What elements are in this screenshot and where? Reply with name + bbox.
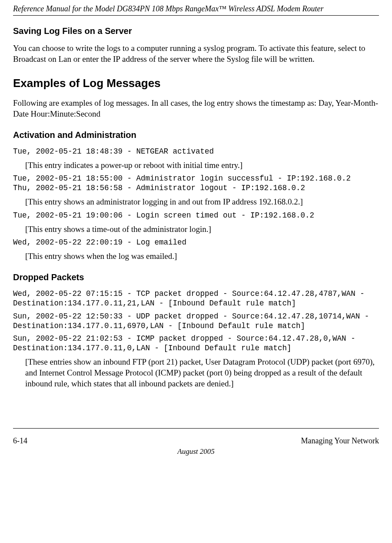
note-admin-login: [This entry shows an administrator loggi… (25, 197, 379, 208)
log-entry-tcp-dropped: Wed, 2002-05-22 07:15:15 - TCP packet dr… (13, 289, 379, 308)
heading-dropped-packets: Dropped Packets (13, 272, 379, 282)
heading-examples-of-log-messages: Examples of Log Messages (13, 77, 379, 90)
log-entry-log-emailed: Wed, 2002-05-22 22:00:19 - Log emailed (13, 238, 379, 248)
header-rule (13, 15, 379, 16)
heading-activation-administration: Activation and Administration (13, 130, 379, 140)
section-name: Managing Your Network (301, 436, 379, 446)
note-log-emailed: [This entry shows when the log was email… (25, 251, 379, 262)
note-login-timeout: [This entry shows a time-out of the admi… (25, 224, 379, 235)
paragraph-saving-log-files: You can choose to write the logs to a co… (13, 43, 379, 64)
heading-saving-log-files: Saving Log Files on a Server (13, 26, 379, 36)
paragraph-examples-intro: Following are examples of log messages. … (13, 98, 379, 119)
footer-date: August 2005 (13, 447, 379, 456)
log-entry-udp-dropped: Sun, 2002-05-22 12:50:33 - UDP packet dr… (13, 312, 379, 331)
running-header: Reference Manual for the Model DG834PN 1… (13, 4, 379, 13)
note-dropped-packets: [These entries show an inbound FTP (port… (25, 357, 379, 389)
note-powerup: [This entry indicates a power-up or rebo… (25, 160, 379, 171)
log-entry-netgear-activated: Tue, 2002-05-21 18:48:39 - NETGEAR activ… (13, 147, 379, 157)
log-entry-icmp-dropped: Sun, 2002-05-22 21:02:53 - ICMP packet d… (13, 334, 379, 353)
page-footer: 6-14 Managing Your Network August 2005 (13, 428, 379, 456)
log-entry-login-timeout: Tue, 2002-05-21 19:00:06 - Login screen … (13, 211, 379, 221)
log-entry-admin-login-logout: Tue, 2002-05-21 18:55:00 - Administrator… (13, 174, 379, 193)
footer-rule (13, 428, 379, 429)
page-number: 6-14 (13, 436, 27, 446)
